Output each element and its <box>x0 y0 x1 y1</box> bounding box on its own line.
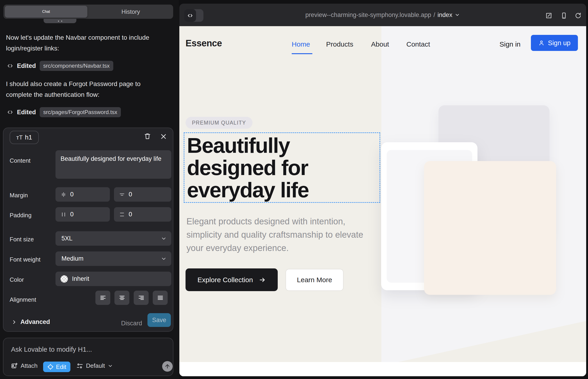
mode-label: Default <box>86 362 105 369</box>
margin-x-value: 0 <box>70 191 74 198</box>
sign-in-link[interactable]: Sign in <box>499 40 521 48</box>
padding-vertical-icon <box>119 211 125 218</box>
assistant-message: Now let's update the Navbar component to… <box>6 32 150 54</box>
user-icon <box>538 40 545 46</box>
site-logo[interactable]: Essence <box>186 38 222 48</box>
tab-history[interactable]: History <box>88 8 173 15</box>
color-label: Color <box>10 276 24 283</box>
attach-button[interactable]: Attach <box>11 362 38 369</box>
explore-collection-button[interactable]: Explore Collection <box>186 268 278 291</box>
tab-history-label: History <box>122 8 140 15</box>
edited-file-row[interactable]: Edited src/pages/ForgotPassword.tsx <box>7 107 121 117</box>
edit-label: Edit <box>56 363 66 371</box>
premium-quality-badge: PREMIUM QUALITY <box>186 117 252 129</box>
color-select[interactable]: Inherit <box>56 272 171 286</box>
scrolled-button-partial[interactable] <box>44 19 76 23</box>
nav-link-about[interactable]: About <box>371 40 389 48</box>
content-label: Content <box>10 157 31 164</box>
font-weight-value: Medium <box>62 255 83 262</box>
arrow-up-icon <box>164 363 170 369</box>
edited-file-row[interactable]: Edited src/components/Navbar.tsx <box>7 61 113 71</box>
sign-up-label: Sign up <box>548 39 570 47</box>
chat-sidebar: Chat History Now let's update the Navbar… <box>0 0 179 379</box>
align-justify-button[interactable] <box>153 291 168 305</box>
align-right-button[interactable] <box>134 291 149 305</box>
assistant-message: I should also create a Forgot Password p… <box>6 79 150 100</box>
refresh-icon[interactable] <box>575 12 582 19</box>
delete-element-icon[interactable] <box>144 133 151 140</box>
advanced-toggle[interactable]: Advanced <box>11 318 50 326</box>
open-external-icon[interactable] <box>545 12 552 19</box>
content-input[interactable]: Beautifully designed for everyday life <box>56 150 171 179</box>
mobile-preview-icon[interactable] <box>560 12 567 19</box>
chat-history-tabs: Chat History <box>3 5 173 19</box>
font-size-value: 5XL <box>62 235 73 242</box>
code-view-toggle[interactable] <box>184 9 203 22</box>
edit-mode-button[interactable]: Edit <box>43 362 70 372</box>
mode-select[interactable]: Default <box>76 362 113 369</box>
url-page: index <box>438 12 452 19</box>
align-left-button[interactable] <box>95 291 110 305</box>
tab-chat-label: Chat <box>42 10 50 14</box>
padding-y-value: 0 <box>129 211 132 218</box>
margin-x-input[interactable]: 0 <box>56 187 110 202</box>
padding-label: Padding <box>10 212 31 219</box>
hero-description: Elegant products designed with intention… <box>186 215 374 255</box>
explore-collection-label: Explore Collection <box>198 276 253 284</box>
type-icon: ᴛT <box>16 134 23 141</box>
chevron-right-icon <box>11 319 17 325</box>
sign-up-button[interactable]: Sign up <box>531 35 578 51</box>
color-swatch <box>61 275 68 283</box>
section-divider-band <box>179 362 586 376</box>
url-separator: / <box>433 12 435 19</box>
hero-heading[interactable]: Beautifully designed for everyday life <box>187 134 381 201</box>
nav-link-products[interactable]: Products <box>326 40 353 48</box>
chat-composer[interactable]: Ask Lovable to modify H1... Attach Edit … <box>3 338 173 376</box>
element-editor-panel: ᴛT h1 Content Beautifully designed for e… <box>3 127 173 332</box>
alignment-label: Alignment <box>10 296 36 303</box>
margin-label: Margin <box>10 192 28 199</box>
element-tag: h1 <box>25 134 32 141</box>
composer-input[interactable]: Ask Lovable to modify H1... <box>11 346 92 353</box>
site-viewport: Essence Home Products About Contact Sign… <box>179 26 586 376</box>
learn-more-button[interactable]: Learn More <box>286 269 343 291</box>
margin-y-value: 0 <box>129 191 132 198</box>
discard-button[interactable]: Discard <box>121 320 142 327</box>
url-domain: preview--charming-site-symphony.lovable.… <box>306 12 431 19</box>
close-panel-icon[interactable] <box>160 133 167 140</box>
arrow-right-icon <box>259 276 266 283</box>
crosshair-icon <box>47 364 54 370</box>
element-tag-pill[interactable]: ᴛT h1 <box>10 131 39 144</box>
font-weight-label: Font weight <box>10 256 40 263</box>
font-size-label: Font size <box>10 236 34 243</box>
code-icon <box>184 9 196 22</box>
chevron-down-icon <box>161 236 167 242</box>
save-button[interactable]: Save <box>147 313 171 327</box>
code-icon <box>7 109 13 115</box>
hero-card-cream <box>424 161 556 295</box>
margin-vertical-icon <box>119 191 125 198</box>
nav-link-contact[interactable]: Contact <box>406 40 430 48</box>
nav-home-underline <box>292 53 312 54</box>
url-bar[interactable]: preview--charming-site-symphony.lovable.… <box>179 4 586 26</box>
file-badge[interactable]: src/components/Navbar.tsx <box>40 61 113 71</box>
send-button[interactable] <box>162 361 173 372</box>
tab-chat[interactable]: Chat <box>5 6 87 18</box>
edited-label: Edited <box>17 109 36 116</box>
nav-link-home[interactable]: Home <box>292 40 310 48</box>
margin-horizontal-icon <box>61 191 66 198</box>
image-plus-icon <box>11 363 18 369</box>
edited-label: Edited <box>17 63 36 69</box>
padding-x-value: 0 <box>70 211 74 218</box>
font-weight-select[interactable]: Medium <box>56 252 171 266</box>
chevron-down-icon <box>161 256 167 262</box>
code-icon <box>7 63 13 69</box>
padding-y-input[interactable]: 0 <box>114 207 171 222</box>
margin-y-input[interactable]: 0 <box>114 187 171 202</box>
file-badge[interactable]: src/pages/ForgotPassword.tsx <box>40 107 121 117</box>
font-size-select[interactable]: 5XL <box>56 231 171 246</box>
advanced-label: Advanced <box>20 318 50 326</box>
sliders-icon <box>76 363 83 369</box>
padding-x-input[interactable]: 0 <box>56 207 110 222</box>
align-center-button[interactable] <box>114 291 129 305</box>
